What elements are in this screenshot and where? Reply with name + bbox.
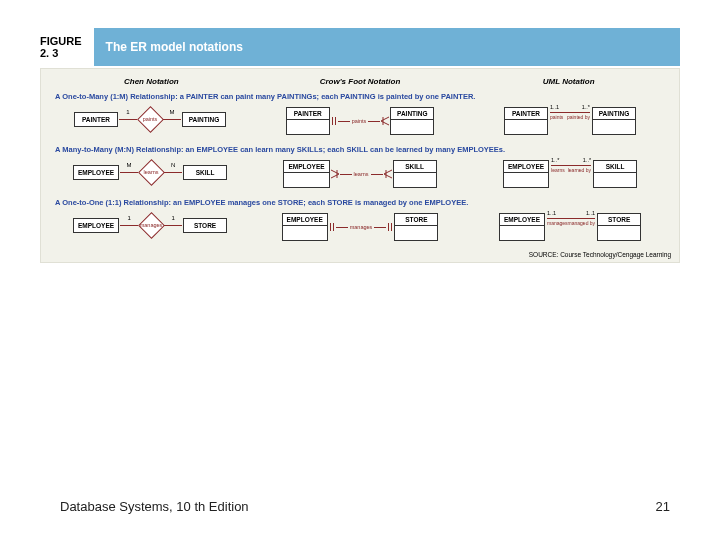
col-crow: Crow's Foot Notation <box>256 77 465 86</box>
column-headers: Chen Notation Crow's Foot Notation UML N… <box>47 77 673 86</box>
crow-one-icon <box>328 222 336 232</box>
diagram-container: Chen Notation Crow's Foot Notation UML N… <box>40 68 680 263</box>
figure-title: The ER model notations <box>94 28 680 66</box>
crow-one-icon <box>330 116 338 126</box>
uml-11: EMPLOYEE 1..11..1 managesmanaged by STOR… <box>467 213 673 241</box>
col-uml: UML Notation <box>464 77 673 86</box>
crow-many-icon <box>383 169 393 179</box>
crow-mn: EMPLOYEE learns SKILL <box>257 160 463 188</box>
crow-11: EMPLOYEE manages STORE <box>257 213 463 241</box>
chen-1m: PAINTER 1 paints M PAINTING <box>47 107 253 131</box>
desc-1m: A One-to-Many (1:M) Relationship: a PAIN… <box>55 92 673 101</box>
uml-mn: EMPLOYEE 1..*1..* learnslearned by SKILL <box>467 160 673 188</box>
entity-painter: PAINTER <box>74 112 118 127</box>
col-chen: Chen Notation <box>47 77 256 86</box>
rel-diamond: manages <box>139 213 163 237</box>
source-credit: SOURCE: Course Technology/Cengage Learni… <box>47 251 673 258</box>
uml-1m: PAINTER 1..11..* paintspainted by PAINTI… <box>467 107 673 135</box>
figure-label: FIGURE <box>40 35 82 47</box>
crow-many-icon <box>380 116 390 126</box>
row-1m: PAINTER 1 paints M PAINTING PAINTER pain… <box>47 107 673 135</box>
page-footer: Database Systems, 10 th Edition 21 <box>60 499 670 514</box>
desc-mn: A Many-to-Many (M:N) Relationship: an EM… <box>55 145 673 154</box>
row-mn: EMPLOYEE M learns N SKILL EMPLOYEE learn… <box>47 160 673 188</box>
desc-11: A One-to-One (1:1) Relationship: an EMPL… <box>55 198 673 207</box>
crow-many-icon <box>330 169 340 179</box>
chen-11: EMPLOYEE 1 manages 1 STORE <box>47 213 253 237</box>
entity-painting: PAINTING <box>182 112 226 127</box>
page-number: 21 <box>656 499 670 514</box>
row-11: EMPLOYEE 1 manages 1 STORE EMPLOYEE mana… <box>47 213 673 241</box>
chen-mn: EMPLOYEE M learns N SKILL <box>47 160 253 184</box>
crow-1m: PAINTER paints PAINTING <box>257 107 463 135</box>
figure-number-block: FIGURE 2. 3 <box>40 28 94 66</box>
rel-diamond: paints <box>138 107 162 131</box>
figure-number: 2. 3 <box>40 47 82 59</box>
book-title: Database Systems, 10 th Edition <box>60 499 249 514</box>
crow-one-icon <box>386 222 394 232</box>
figure-header: FIGURE 2. 3 The ER model notations <box>40 28 680 66</box>
rel-diamond: learns <box>139 160 163 184</box>
